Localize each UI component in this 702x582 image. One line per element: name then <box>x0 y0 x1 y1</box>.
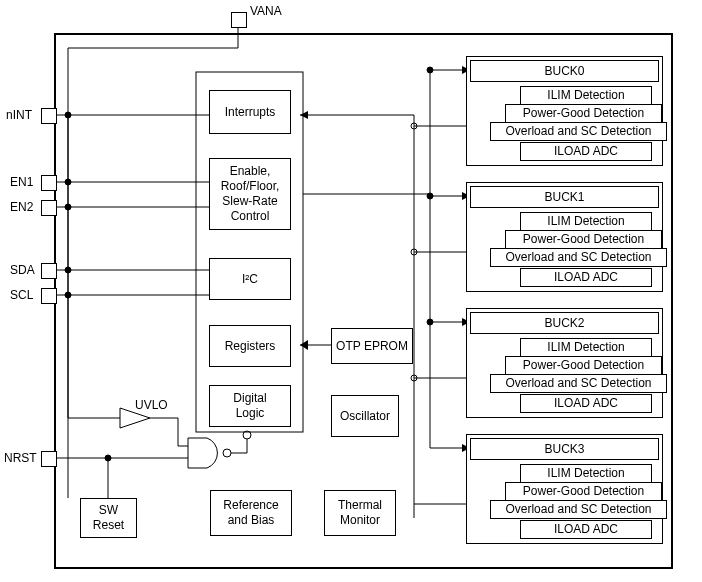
buck0-iload: ILOAD ADC <box>520 142 652 161</box>
label-en1: EN1 <box>10 175 33 189</box>
buck1-ilim: ILIM Detection <box>520 212 652 231</box>
buck2-iload: ILOAD ADC <box>520 394 652 413</box>
buck3-iload: ILOAD ADC <box>520 520 652 539</box>
buck0-ovl: Overload and SC Detection <box>490 122 667 141</box>
label-vana: VANA <box>250 4 282 18</box>
buck3-title: BUCK3 <box>470 438 659 460</box>
block-registers: Registers <box>209 325 291 367</box>
block-enable: Enable, Roof/Floor, Slew-Rate Control <box>209 158 291 230</box>
pin-vana <box>231 12 247 28</box>
svg-point-20 <box>65 204 71 210</box>
block-digitallogic: Digital Logic <box>209 385 291 427</box>
svg-marker-7 <box>300 111 308 119</box>
block-interrupts: Interrupts <box>209 90 291 134</box>
pin-scl <box>41 288 57 304</box>
pin-nint <box>41 108 57 124</box>
buck1-iload: ILOAD ADC <box>520 268 652 287</box>
buck1-title: BUCK1 <box>470 186 659 208</box>
svg-point-22 <box>65 292 71 298</box>
svg-point-19 <box>65 179 71 185</box>
buck2-pg: Power-Good Detection <box>505 356 662 375</box>
block-swreset: SW Reset <box>80 498 137 538</box>
buck2-ilim: ILIM Detection <box>520 338 652 357</box>
block-oscillator: Oscillator <box>331 395 399 437</box>
svg-point-3 <box>223 449 231 457</box>
svg-point-12 <box>427 193 433 199</box>
label-nint: nINT <box>6 108 32 122</box>
svg-point-15 <box>427 319 433 325</box>
label-en2: EN2 <box>10 200 33 214</box>
buck3-ilim: ILIM Detection <box>520 464 652 483</box>
pin-en2 <box>41 200 57 216</box>
pin-nrst <box>41 451 57 467</box>
buck0-pg: Power-Good Detection <box>505 104 662 123</box>
buck0-title: BUCK0 <box>470 60 659 82</box>
svg-point-5 <box>105 455 111 461</box>
buck3-pg: Power-Good Detection <box>505 482 662 501</box>
pin-sda <box>41 263 57 279</box>
buck2-ovl: Overload and SC Detection <box>490 374 667 393</box>
svg-marker-6 <box>300 340 308 350</box>
pin-en1 <box>41 175 57 191</box>
label-scl: SCL <box>10 288 33 302</box>
svg-point-21 <box>65 267 71 273</box>
buck1-pg: Power-Good Detection <box>505 230 662 249</box>
diagram: VANA nINT EN1 EN2 SDA SCL NRST Interrupt… <box>0 0 702 582</box>
buck1-ovl: Overload and SC Detection <box>490 248 667 267</box>
block-i2c: I²C <box>209 258 291 300</box>
block-refbias: Reference and Bias <box>210 490 292 536</box>
label-sda: SDA <box>10 263 35 277</box>
svg-point-18 <box>65 112 71 118</box>
block-thermal: Thermal Monitor <box>324 490 396 536</box>
label-uvlo: UVLO <box>135 398 168 412</box>
buck0-ilim: ILIM Detection <box>520 86 652 105</box>
buck3-ovl: Overload and SC Detection <box>490 500 667 519</box>
svg-point-9 <box>427 67 433 73</box>
label-nrst: NRST <box>4 451 37 465</box>
buck2-title: BUCK2 <box>470 312 659 334</box>
block-otp: OTP EPROM <box>331 328 413 364</box>
